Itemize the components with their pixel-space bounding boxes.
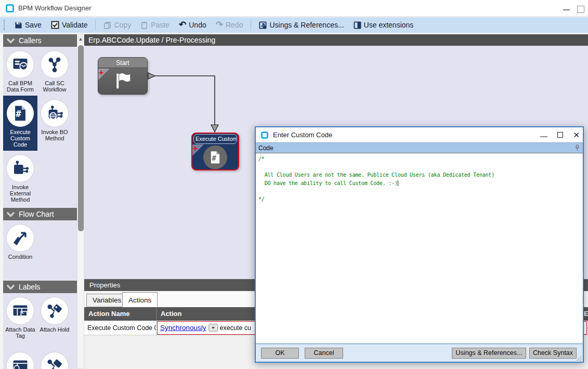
window-title: BPM Workflow Designer — [18, 4, 92, 12]
undo-icon: ↶ — [179, 21, 186, 29]
titlebar: BPM Workflow Designer — [0, 0, 588, 17]
toolbox-item-partial-1[interactable] — [3, 348, 37, 369]
enter-custom-code-dialog: Enter Custom Code ✕ Code /* All Cloud Us… — [255, 126, 584, 363]
usings-references-label: Usings & References... — [269, 21, 344, 29]
usings-references-button[interactable]: Usings & References... — [254, 19, 348, 31]
ok-button[interactable]: OK — [261, 348, 299, 359]
redo-icon: ↷ — [216, 21, 223, 29]
save-button[interactable]: Save — [10, 19, 46, 31]
redo-label: Redo — [226, 21, 243, 29]
tab-variables[interactable]: Variables — [86, 294, 127, 307]
validate-button[interactable]: Validate — [46, 19, 93, 31]
undo-label: Undo — [189, 21, 206, 29]
column-header-action-name[interactable]: Action Name — [84, 307, 156, 321]
attach-data-tag-icon — [11, 302, 29, 320]
start-flag-icon — [113, 72, 133, 90]
dialog-title: Enter Custom Code — [273, 131, 332, 139]
usings-references-icon — [259, 21, 267, 29]
save-icon — [15, 21, 22, 29]
add-connection-icon[interactable]: + — [193, 145, 198, 152]
attach-hold-icon — [46, 302, 63, 320]
save-label: Save — [25, 21, 42, 29]
dialog-titlebar: Enter Custom Code ✕ — [256, 127, 583, 142]
toolbar-grip[interactable] — [4, 20, 6, 30]
dialog-close-icon[interactable]: ✕ — [573, 131, 580, 139]
paste-button[interactable]: Paste — [136, 19, 174, 31]
toolbox-item-invoke-bo-method[interactable]: Invoke BO Method — [37, 96, 72, 151]
workflow-breadcrumb: Erp.ABCCode.Update / Pre-Processing — [84, 34, 588, 46]
dialog-minimize-icon[interactable] — [540, 136, 547, 137]
invoke-bo-method-icon — [46, 104, 63, 122]
pin-icon[interactable] — [574, 144, 580, 151]
app-icon — [261, 131, 268, 139]
toolbox-item-condition[interactable]: Condition — [3, 220, 37, 263]
hidden-column-header-fragment: Er — [584, 307, 588, 321]
toolbox-item-attach-hold[interactable]: Attach Hold — [37, 293, 72, 342]
toolbox-sidebar: Callers Call BPM Data Form Call SC Workf… — [0, 34, 77, 369]
toolbox-item-call-bpm-data-form[interactable]: Call BPM Data Form — [3, 47, 37, 96]
use-extensions-button[interactable]: Use extensions — [349, 19, 419, 31]
svg-text:#: # — [212, 154, 216, 162]
add-connection-icon[interactable]: + — [99, 69, 103, 76]
toolbar-separator — [251, 19, 251, 31]
resize-grip[interactable] — [577, 355, 582, 361]
toolbox-item-partial-2[interactable] — [37, 348, 72, 369]
paste-label: Paste — [151, 21, 169, 29]
chevron-down-icon — [6, 212, 15, 217]
synchronously-link[interactable]: Synchronously — [160, 324, 206, 332]
call-sc-workflow-icon — [46, 56, 63, 73]
code-section-header: Code — [256, 142, 583, 153]
use-extensions-icon — [354, 21, 361, 29]
hold-variant-icon — [46, 357, 63, 369]
invoke-external-method-icon — [11, 160, 29, 177]
condition-icon — [11, 229, 29, 247]
section-header-labels[interactable]: Labels — [3, 281, 77, 293]
cancel-button[interactable]: Cancel — [305, 348, 343, 359]
section-header-callers[interactable]: Callers — [3, 34, 77, 47]
chevron-down-icon — [6, 38, 15, 44]
dialog-maximize-icon[interactable] — [557, 132, 563, 138]
sidebar-scrollbar[interactable] — [77, 34, 84, 369]
app-icon — [6, 4, 14, 12]
execute-custom-code-icon: # — [11, 104, 29, 122]
execute-custom-code-node[interactable]: Execute Custom Co + # — [191, 133, 239, 170]
action-name-cell: Execute Custom Code 0 — [84, 321, 156, 335]
start-node[interactable]: Start + — [98, 57, 148, 95]
tab-actions[interactable]: Actions — [122, 292, 158, 307]
call-bpm-data-form-icon — [11, 56, 29, 73]
validate-label: Validate — [62, 21, 88, 29]
scrollbar-thumb[interactable] — [78, 45, 84, 231]
copy-button[interactable]: Copy — [99, 19, 136, 31]
chevron-down-icon — [6, 284, 15, 290]
copy-icon — [103, 21, 111, 29]
action-description: execute cu — [220, 324, 251, 332]
redo-button[interactable]: ↷ Redo — [211, 19, 248, 31]
toolbox-item-attach-data-tag[interactable]: Attach Data Tag — [3, 293, 37, 342]
dialog-footer: OK Cancel Usings & References... Check S… — [256, 344, 583, 362]
validate-icon — [51, 21, 59, 29]
code-editor[interactable]: /* All Cloud Users are not the same. Pub… — [256, 154, 583, 344]
copy-label: Copy — [114, 21, 131, 29]
dropdown-icon[interactable] — [208, 324, 218, 332]
section-header-flow-chart[interactable]: Flow Chart — [3, 208, 77, 220]
dialog-usings-references-button[interactable]: Usings & References... — [452, 348, 526, 359]
check-syntax-button[interactable]: Check Syntax — [529, 348, 577, 359]
data-tag-variant-icon — [11, 357, 29, 369]
toolbox-item-call-sc-workflow[interactable]: Call SC Workflow — [37, 47, 72, 96]
maximize-icon[interactable] — [573, 2, 587, 15]
text-caret — [398, 180, 398, 186]
toolbox-item-execute-custom-code[interactable]: # Execute Custom Code — [3, 96, 37, 151]
minimize-icon[interactable] — [560, 2, 573, 15]
svg-text:#: # — [16, 109, 21, 119]
use-extensions-label: Use extensions — [364, 21, 414, 29]
custom-code-doc-icon: # — [208, 150, 223, 165]
app-window: BPM Workflow Designer Save Validate Copy… — [0, 0, 588, 369]
scrollbar-up-icon[interactable] — [78, 35, 84, 43]
main-toolbar: Save Validate Copy Paste ↶ Undo ↷ Redo U… — [0, 17, 588, 33]
paste-icon — [140, 21, 148, 29]
undo-button[interactable]: ↶ Undo — [174, 19, 211, 31]
toolbar-separator — [95, 19, 96, 31]
toolbox-item-invoke-external-method[interactable]: Invoke External Method — [3, 151, 37, 206]
